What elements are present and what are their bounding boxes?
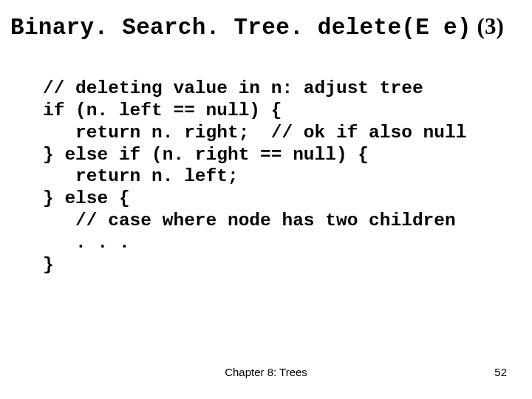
code-line: return n. left; (43, 166, 239, 186)
code-line: // case where node has two children (43, 211, 456, 231)
slide: Binary. Search. Tree. delete(E e) (3) //… (0, 0, 532, 399)
code-line: . . . (43, 233, 130, 253)
title-count: (3) (471, 13, 504, 39)
code-line: } else if (n. right == null) { (43, 145, 369, 165)
footer-page-number: 52 (494, 366, 507, 378)
code-line: } (43, 255, 54, 275)
code-line: } else { (43, 188, 130, 208)
code-block: // deleting value in n: adjust tree if (… (43, 55, 466, 276)
code-line: if (n. left == null) { (43, 100, 282, 120)
title-mono: Binary. Search. Tree. delete(E e) (10, 15, 471, 41)
code-line: return n. right; // ok if also null (43, 123, 466, 143)
slide-title: Binary. Search. Tree. delete(E e) (3) (10, 13, 504, 41)
footer-chapter: Chapter 8: Trees (0, 366, 532, 378)
code-line: // deleting value in n: adjust tree (43, 78, 423, 98)
